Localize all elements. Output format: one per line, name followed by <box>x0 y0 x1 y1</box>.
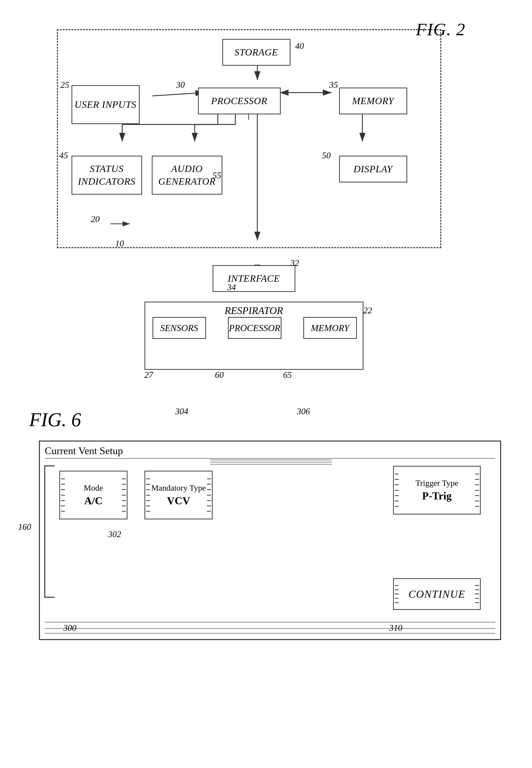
mandatory-scroll-right <box>207 474 211 516</box>
trigger-scroll-left <box>395 469 399 511</box>
deco-line-2 <box>210 462 332 462</box>
deco-line-3 <box>210 464 332 465</box>
fig6-section: FIG. 6 304 306 Current Vent Setup 160 <box>15 409 516 640</box>
separator-line-bottom2 <box>45 628 495 629</box>
fig6-title: FIG. 6 <box>29 409 516 431</box>
bracket-svg <box>40 461 57 602</box>
display-block: DISPLAY <box>339 156 407 182</box>
ref-27: 27 <box>144 370 153 380</box>
storage-block: STORAGE <box>222 39 290 66</box>
continue-button[interactable]: CONTINUE <box>393 578 481 610</box>
ref-45: 45 <box>59 150 68 161</box>
mode-value: A/C <box>84 495 103 507</box>
mode-control[interactable]: Mode A/C <box>59 471 127 519</box>
ref-306: 306 <box>297 406 310 416</box>
trigger-label: Trigger Type <box>415 479 458 488</box>
ref-55: 55 <box>213 170 221 181</box>
status-indicators-block: STATUS INDICATORS <box>72 156 142 195</box>
ref-25: 25 <box>61 80 69 90</box>
trigger-type-control[interactable]: Trigger Type P-Trig <box>393 466 481 515</box>
ref-300: 300 <box>63 623 76 633</box>
separator-line-top <box>45 458 495 459</box>
ref-310: 310 <box>389 623 402 633</box>
current-vent-setup-label: Current Vent Setup <box>45 445 123 457</box>
ref-10: 10 <box>115 238 124 249</box>
processor-block: PROCESSOR <box>198 88 281 114</box>
ref-304: 304 <box>175 406 188 416</box>
memory-block: MEMORY <box>339 88 407 114</box>
page: { "fig2": { "title": "FIG. 2", "labels":… <box>0 0 532 768</box>
mode-scroll-right <box>122 474 126 516</box>
ref-160: 160 <box>18 522 31 532</box>
ref-60: 60 <box>215 370 224 380</box>
audio-generator-block: AUDIO GENERATOR <box>152 156 222 195</box>
ref-22: 22 <box>363 305 372 316</box>
separator-line-bottom3 <box>45 633 495 634</box>
trigger-scroll-right <box>475 469 479 511</box>
mandatory-value: VCV <box>167 495 190 507</box>
ref-32: 32 <box>290 258 299 268</box>
ref-34: 34 <box>227 282 236 292</box>
interface-block: INTERFACE <box>213 265 295 292</box>
continue-scroll-left <box>395 581 399 607</box>
trigger-value: P-Trig <box>422 490 451 502</box>
respirator-label: RESPIRATOR <box>225 305 283 316</box>
mandatory-label: Mandatory Type <box>151 483 206 493</box>
respirator-box: RESPIRATOR SENSORS PROCESSOR MEMORY <box>144 302 363 370</box>
memory2-block: MEMORY <box>303 317 357 339</box>
ref-50: 50 <box>322 150 331 161</box>
continue-label: CONTINUE <box>408 588 465 600</box>
ref-40: 40 <box>295 41 304 51</box>
ref-35: 35 <box>329 80 338 90</box>
mandatory-scroll-left <box>146 474 150 516</box>
fig2-diagram: FIG. 2 <box>47 15 485 355</box>
deco-line-1 <box>210 460 332 460</box>
processor2-block: PROCESSOR <box>228 317 281 339</box>
mode-label: Mode <box>84 483 103 493</box>
sensors-block: SENSORS <box>153 317 206 339</box>
mode-scroll-left <box>61 474 65 516</box>
separator-line-bottom <box>45 622 495 623</box>
user-inputs-block: USER INPUTS <box>72 85 140 124</box>
ref20-arrow <box>96 214 144 234</box>
continue-scroll-right <box>475 581 479 607</box>
ref-302: 302 <box>108 529 121 539</box>
ref-30: 30 <box>176 80 185 90</box>
mandatory-type-control[interactable]: Mandatory Type VCV <box>144 471 213 519</box>
ref-65: 65 <box>283 370 292 380</box>
fig6-outer-box: Current Vent Setup 160 <box>39 441 501 640</box>
